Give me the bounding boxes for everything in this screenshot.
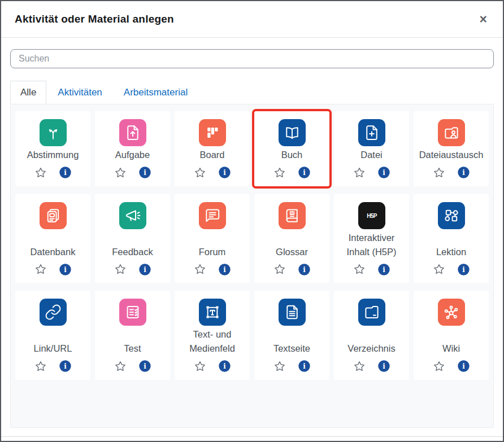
module-label[interactable]: Interaktiver Inhalt (H5P) xyxy=(337,231,406,259)
star-outline-icon[interactable] xyxy=(193,262,207,276)
tile-actions: i xyxy=(114,165,151,180)
star-outline-icon[interactable] xyxy=(34,360,47,373)
svg-text:i: i xyxy=(462,362,465,370)
info-circle-icon[interactable]: i xyxy=(59,263,72,276)
folder-user-icon xyxy=(438,119,465,146)
info-circle-icon[interactable]: i xyxy=(138,360,151,373)
module-tile-buch[interactable]: Buch i xyxy=(254,111,329,186)
info-circle-icon[interactable]: i xyxy=(59,360,72,373)
module-label[interactable]: Datei xyxy=(360,148,383,162)
activity-chooser-dialog: Aktivität oder Material anlegen × AlleAk… xyxy=(0,0,504,442)
star-outline-icon[interactable] xyxy=(114,262,127,276)
star-outline-icon[interactable] xyxy=(273,360,286,373)
module-label[interactable]: Feedback xyxy=(112,245,153,259)
info-circle-icon[interactable]: i xyxy=(138,166,151,179)
module-tile-dateiaustausch[interactable]: Dateiaustausch i xyxy=(414,111,489,186)
module-label[interactable]: Datenbank xyxy=(31,245,76,259)
star-outline-icon[interactable] xyxy=(273,262,286,276)
module-label[interactable]: Lektion xyxy=(436,245,466,259)
module-grid: Abstimmung i Aufgabe xyxy=(15,111,489,380)
module-tile-forum[interactable]: Forum i xyxy=(175,194,250,283)
module-label[interactable]: Board xyxy=(199,148,224,162)
info-circle-icon[interactable]: i xyxy=(218,263,231,276)
star-outline-icon[interactable] xyxy=(432,360,446,373)
star-outline-icon[interactable] xyxy=(114,166,127,180)
kanban-board-icon xyxy=(199,119,226,146)
info-circle-icon[interactable]: i xyxy=(377,360,390,373)
file-upload-icon xyxy=(119,119,146,146)
module-label[interactable]: Link/URL xyxy=(34,342,72,356)
text-frame-icon xyxy=(199,299,226,326)
tile-actions: i xyxy=(34,359,72,374)
star-outline-icon[interactable] xyxy=(273,166,286,180)
svg-text:i: i xyxy=(383,169,385,177)
open-book-icon xyxy=(279,119,306,146)
module-label[interactable]: Test xyxy=(124,342,141,356)
info-circle-icon[interactable]: i xyxy=(298,360,311,373)
tab-alle[interactable]: Alle xyxy=(10,81,46,104)
tab-arbeitsmaterial[interactable]: Arbeitsmaterial xyxy=(114,81,198,104)
module-tile-lektion[interactable]: Lektion i xyxy=(414,194,489,283)
star-outline-icon[interactable] xyxy=(114,360,127,373)
info-circle-icon[interactable]: i xyxy=(457,263,470,276)
info-circle-icon[interactable]: i xyxy=(457,360,470,373)
module-label[interactable]: Abstimmung xyxy=(27,148,79,162)
module-tile-aufgabe[interactable]: Aufgabe i xyxy=(95,111,170,186)
tile-actions: i xyxy=(432,165,470,180)
svg-text:i: i xyxy=(462,265,465,273)
info-circle-icon[interactable]: i xyxy=(59,166,72,179)
star-outline-icon[interactable] xyxy=(34,166,47,180)
module-tile-datei[interactable]: Datei i xyxy=(334,111,409,186)
module-label[interactable]: Glossar xyxy=(276,245,308,259)
tile-actions: i xyxy=(273,262,311,277)
module-tile-feedback[interactable]: Feedback i xyxy=(95,194,170,283)
module-tile-wiki[interactable]: Wiki i xyxy=(414,291,489,380)
star-outline-icon[interactable] xyxy=(432,166,446,180)
module-tile-test[interactable]: Test i xyxy=(95,291,170,380)
svg-text:i: i xyxy=(383,362,385,370)
module-tile-link-url[interactable]: Link/URL i xyxy=(15,291,90,380)
star-outline-icon[interactable] xyxy=(432,262,446,276)
star-outline-icon[interactable] xyxy=(353,166,366,180)
close-icon[interactable]: × xyxy=(477,12,489,27)
tab-aktivit-ten[interactable]: Aktivitäten xyxy=(47,81,112,104)
star-outline-icon[interactable] xyxy=(353,360,366,373)
svg-text:i: i xyxy=(462,169,465,177)
module-label[interactable]: Text- und Medienfeld xyxy=(178,327,246,356)
module-label[interactable]: Aufgabe xyxy=(115,148,150,162)
network-hub-icon xyxy=(438,299,465,326)
module-tile-textseite[interactable]: Textseite i xyxy=(254,291,329,380)
module-tile-abstimmung[interactable]: Abstimmung i xyxy=(15,111,90,186)
star-outline-icon[interactable] xyxy=(34,262,47,276)
module-label[interactable]: Forum xyxy=(199,245,226,259)
module-tile-datenbank[interactable]: Datenbank i xyxy=(15,194,90,283)
info-circle-icon[interactable]: i xyxy=(218,360,231,373)
quiz-list-icon xyxy=(119,299,146,326)
search-input[interactable] xyxy=(10,49,494,68)
module-label[interactable]: Buch xyxy=(281,148,303,162)
info-circle-icon[interactable]: i xyxy=(218,166,231,179)
info-circle-icon[interactable]: i xyxy=(138,263,151,276)
speech-bubble-icon xyxy=(199,202,226,229)
module-label[interactable]: Dateiaustausch xyxy=(419,148,484,162)
svg-text:i: i xyxy=(144,362,146,370)
tile-actions: i xyxy=(432,262,470,277)
info-circle-icon[interactable]: i xyxy=(298,263,311,276)
module-label[interactable]: Textseite xyxy=(273,342,310,356)
module-tile-board[interactable]: Board i xyxy=(175,111,250,186)
star-outline-icon[interactable] xyxy=(193,360,207,373)
module-tile-interaktiver-inhalt-h5p[interactable]: H5P Interaktiver Inhalt (H5P) i xyxy=(334,194,409,283)
star-outline-icon[interactable] xyxy=(353,262,366,276)
module-tile-text-und-medienfeld[interactable]: Text- und Medienfeld i xyxy=(175,291,250,380)
star-outline-icon[interactable] xyxy=(193,166,207,180)
module-tile-glossar[interactable]: AZ Glossar i xyxy=(254,194,329,283)
tile-actions: i xyxy=(432,359,470,374)
info-circle-icon[interactable]: i xyxy=(457,166,470,179)
info-circle-icon[interactable]: i xyxy=(377,263,390,276)
module-tile-verzeichnis[interactable]: Verzeichnis i xyxy=(334,291,409,380)
module-label[interactable]: Wiki xyxy=(442,342,460,356)
info-circle-icon[interactable]: i xyxy=(298,166,311,179)
dictionary-az-icon: AZ xyxy=(279,202,306,229)
info-circle-icon[interactable]: i xyxy=(377,166,390,179)
module-label[interactable]: Verzeichnis xyxy=(347,342,395,356)
